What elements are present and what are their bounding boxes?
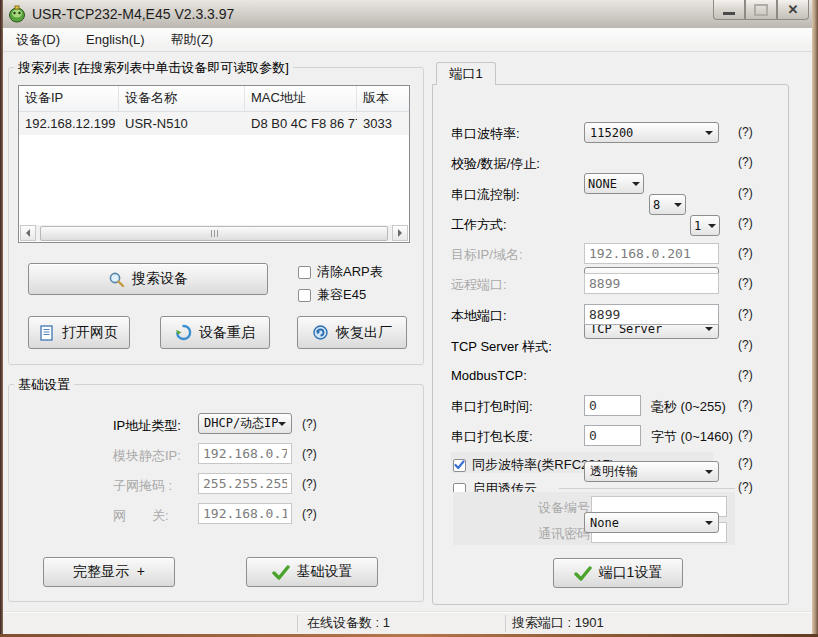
cloud-enable-help[interactable]: (?) (738, 480, 753, 494)
parity-data-stop-select-1[interactable]: 8 (649, 194, 686, 215)
baud-rate-help[interactable]: (?) (738, 125, 753, 139)
search-port-status: 搜索端口 : 1901 (512, 612, 604, 634)
baud-rate-select[interactable]: 115200 (584, 122, 719, 143)
thumb-grip (217, 230, 218, 237)
close-button[interactable]: ✕ (777, 0, 809, 20)
flow-control-help[interactable]: (?) (738, 186, 753, 200)
modbus-tcp-select[interactable]: None (584, 512, 719, 533)
sync-baud-checkbox[interactable] (453, 459, 466, 472)
base-settings-title: 基础设置 (14, 376, 74, 394)
clear-arp-checkbox[interactable] (298, 266, 311, 279)
pack-length-unit-label: 字节 (0~1460) (651, 428, 733, 446)
scroll-right-icon (398, 229, 406, 237)
tcp-server-style-select[interactable]: 透明传输 (584, 461, 719, 482)
scroll-right-button[interactable] (392, 225, 408, 241)
full-display-button[interactable]: 完整显示 + (43, 557, 175, 587)
title-bar[interactable]: USR-TCP232-M4,E45 V2.3.3.97 ✕ (0, 0, 818, 29)
gateway-label: 网 关: (113, 507, 169, 525)
scroll-left-button[interactable] (20, 225, 36, 241)
scrollbar-track[interactable] (36, 225, 392, 241)
window-border-right (812, 0, 818, 637)
minimize-button[interactable] (713, 0, 745, 20)
pack-length-help[interactable]: (?) (738, 428, 753, 442)
device-list-header: 设备IP设备名称MAC地址版本 (19, 86, 409, 112)
menu-item-help[interactable]: 帮助(Z) (161, 28, 224, 52)
column-header[interactable]: 设备IP (19, 86, 119, 111)
window-controls: ✕ (713, 0, 809, 20)
column-header[interactable]: 版本 (357, 86, 409, 111)
pack-time-field[interactable] (584, 395, 641, 416)
port1-panel: 同步波特率(类RFC2217) (?) 启用透传云 (?) 设备编号 通讯密码 … (432, 84, 789, 605)
parity-data-stop-value-2: 1 (694, 219, 708, 233)
search-devices-button[interactable]: 搜索设备 (28, 263, 268, 295)
maximize-button[interactable] (745, 0, 777, 20)
ip-type-value: DHCP/动态IP (204, 415, 278, 432)
modbus-tcp-help[interactable]: (?) (738, 368, 753, 382)
parity-data-stop-select-0[interactable]: NONE (584, 173, 644, 194)
gateway-help[interactable]: (?) (302, 507, 317, 521)
base-settings-apply-label: 基础设置 (297, 563, 353, 581)
local-port-field[interactable] (584, 304, 719, 325)
work-mode-help[interactable]: (?) (738, 216, 753, 230)
factory-reset-button[interactable]: 恢复出厂 (297, 316, 407, 349)
tab-port1-label: 端口1 (449, 65, 482, 83)
compat-e45-label: 兼容E45 (317, 286, 366, 304)
webpage-icon (40, 325, 55, 341)
target-ip-label: 目标IP/域名: (451, 246, 523, 264)
scroll-left-icon (22, 229, 30, 237)
status-bar: 在线设备数 : 1 搜索端口 : 1901 (0, 611, 818, 635)
cloud-group-line (559, 488, 735, 489)
compat-e45-checkbox[interactable] (298, 289, 311, 302)
static-ip-label: 模块静态IP: (113, 447, 181, 465)
target-ip-field (584, 243, 719, 264)
subnet-mask-help[interactable]: (?) (302, 477, 317, 491)
static-ip-field (198, 443, 292, 464)
menu-item-english[interactable]: English(L) (76, 29, 155, 50)
local-port-help[interactable]: (?) (738, 307, 753, 321)
chevron-down-icon (705, 131, 713, 139)
app-icon (8, 5, 26, 23)
baud-rate-label: 串口波特率: (451, 125, 520, 143)
device-restart-label: 设备重启 (199, 324, 255, 342)
base-settings-apply-button[interactable]: 基础设置 (246, 557, 378, 587)
parity-data-stop-help[interactable]: (?) (738, 155, 753, 169)
open-webpage-button[interactable]: 打开网页 (28, 316, 130, 349)
ip-type-help[interactable]: (?) (302, 417, 317, 431)
tab-port1[interactable]: 端口1 (436, 62, 496, 85)
remote-port-help[interactable]: (?) (738, 276, 753, 290)
device-restart-button[interactable]: 设备重启 (160, 316, 270, 349)
device-row[interactable]: 192.168.12.199USR-N510D8 B0 4C F8 86 773… (19, 112, 409, 135)
device-list[interactable]: 设备IP设备名称MAC地址版本 192.168.12.199USR-N510D8… (18, 85, 410, 243)
ip-type-select[interactable]: DHCP/动态IP (198, 413, 292, 434)
static-ip-help[interactable]: (?) (302, 447, 317, 461)
menu-item-device[interactable]: 设备(D) (6, 28, 70, 52)
sync-baud-help[interactable]: (?) (738, 456, 753, 470)
parity-data-stop-label: 校验/数据/停止: (451, 155, 540, 173)
thumb-grip (214, 230, 215, 237)
pack-length-label: 串口打包长度: (451, 428, 533, 446)
pack-time-unit-label: 毫秒 (0~255) (651, 398, 726, 416)
compat-e45-checkbox-row[interactable]: 兼容E45 (298, 286, 366, 304)
pack-time-help[interactable]: (?) (738, 398, 753, 412)
open-webpage-label: 打开网页 (62, 324, 118, 342)
port1-apply-button[interactable]: 端口1设置 (553, 558, 683, 588)
column-header[interactable]: MAC地址 (245, 86, 357, 111)
device-cell: 3033 (357, 112, 409, 135)
device-cell: 192.168.12.199 (19, 112, 119, 135)
parity-data-stop-select-2[interactable]: 1 (690, 215, 720, 236)
scrollbar-thumb[interactable] (40, 226, 388, 241)
online-device-count: 在线设备数 : 1 (307, 612, 390, 634)
target-ip-help[interactable]: (?) (738, 246, 753, 260)
remote-port-field (584, 273, 719, 294)
horizontal-scrollbar[interactable] (20, 225, 408, 241)
clear-arp-checkbox-row[interactable]: 清除ARP表 (298, 263, 383, 281)
chevron-down-icon (705, 521, 713, 529)
flow-control-label: 串口流控制: (451, 186, 520, 204)
baud-rate-value: 115200 (590, 126, 705, 140)
work-mode-label: 工作方式: (451, 216, 507, 234)
tcp-server-style-help[interactable]: (?) (738, 338, 753, 352)
pack-length-field[interactable] (584, 425, 641, 446)
gateway-field (198, 503, 292, 524)
check-icon (574, 566, 592, 581)
column-header[interactable]: 设备名称 (119, 86, 245, 111)
